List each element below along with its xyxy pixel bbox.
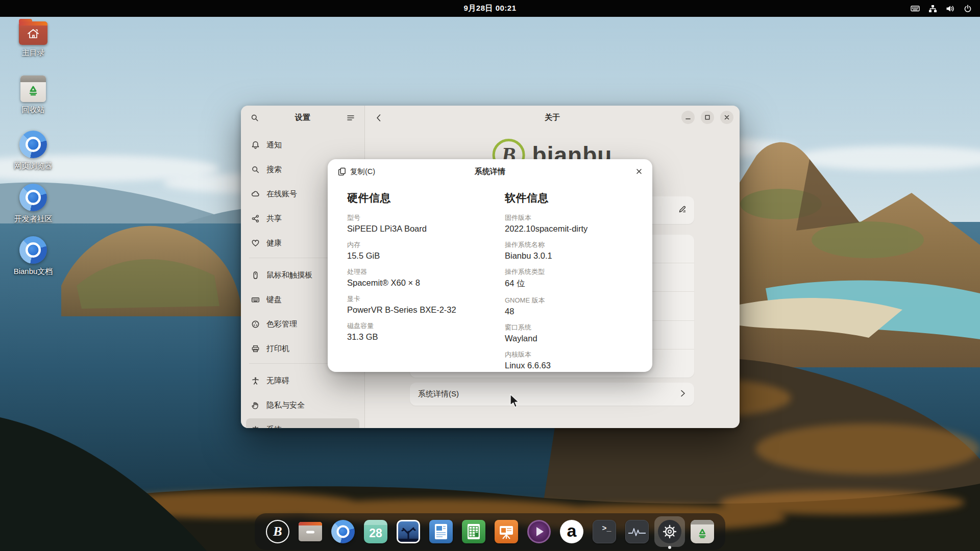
dock-trash-icon[interactable] bbox=[690, 519, 715, 544]
trash-icon bbox=[20, 76, 46, 102]
field-value: 64 位 bbox=[505, 278, 633, 289]
dock-libreoffice-calc-icon[interactable] bbox=[461, 519, 486, 544]
minimize-button[interactable] bbox=[681, 111, 695, 124]
sidebar-item-system[interactable]: 系统 bbox=[246, 418, 359, 428]
desktop-icon-label: 网页浏览器 bbox=[14, 161, 53, 171]
dock-app-store-icon[interactable]: a bbox=[559, 519, 584, 544]
system-status-area[interactable] bbox=[911, 0, 972, 17]
field-label: 内核版本 bbox=[505, 350, 633, 359]
calendar-glyph: 28 bbox=[364, 520, 387, 543]
field-value: Spacemit® X60 × 8 bbox=[347, 278, 475, 288]
field-value: Wayland bbox=[505, 334, 633, 343]
terminal-glyph: >_ bbox=[593, 520, 616, 543]
field-label: 处理器 bbox=[347, 267, 475, 277]
system-details-dialog: 复制(C) 系统详情 硬件信息 型号 SiPEED LPi3A Board 内存… bbox=[328, 159, 652, 372]
field-value: 31.3 GB bbox=[347, 332, 475, 342]
field-label: 显卡 bbox=[347, 294, 475, 304]
desktop: 9月28日 00:21 主目录 回收站 网页浏览 bbox=[0, 0, 980, 551]
clock-menu[interactable]: 9月28日 00:21 bbox=[463, 4, 516, 13]
system-monitor-glyph bbox=[625, 520, 649, 543]
sidebar-item-label: 隐私与安全 bbox=[266, 400, 305, 410]
sidebar-item-notifications[interactable]: 通知 bbox=[246, 134, 359, 156]
desktop-icon-label: Bianbu文档 bbox=[14, 267, 53, 277]
terminal-prompt: >_ bbox=[602, 524, 611, 533]
hardware-field-processor: 处理器 Spacemit® X60 × 8 bbox=[347, 267, 475, 288]
main-menu-button[interactable] bbox=[343, 110, 358, 126]
copy-button[interactable]: 复制(C) bbox=[334, 164, 379, 180]
sidebar-header: 设置 bbox=[241, 106, 364, 130]
desktop-icon-label: 开发者社区 bbox=[14, 214, 53, 224]
field-value: Linux 6.6.63 bbox=[505, 361, 633, 370]
running-indicator-dot bbox=[668, 546, 671, 549]
browser-icon bbox=[19, 131, 47, 158]
field-label: 操作系统类型 bbox=[505, 267, 633, 277]
desktop-icon-trash[interactable]: 回收站 bbox=[5, 76, 61, 115]
trash-glyph bbox=[691, 520, 714, 543]
software-field-windowing: 窗口系统 Wayland bbox=[505, 323, 633, 343]
image-viewer-glyph bbox=[397, 520, 420, 543]
sidebar-item-label: 通知 bbox=[266, 140, 282, 150]
hardware-field-model: 型号 SiPEED LPi3A Board bbox=[347, 213, 475, 234]
field-value: 2022.10spacemit-dirty bbox=[505, 224, 633, 234]
app-store-glyph: a bbox=[560, 520, 583, 543]
field-value: PowerVR B-Series BXE-2-32 bbox=[347, 305, 475, 315]
edit-device-name-icon[interactable] bbox=[678, 205, 687, 216]
power-icon[interactable] bbox=[964, 5, 972, 13]
desktop-icon-dev-community[interactable]: 开发者社区 bbox=[5, 184, 61, 224]
dock-system-monitor-icon[interactable] bbox=[624, 519, 650, 544]
sidebar-item-label: 打印机 bbox=[266, 344, 289, 354]
close-dialog-button[interactable] bbox=[632, 164, 646, 179]
maximize-button[interactable] bbox=[701, 111, 714, 124]
dock-chromium-icon[interactable] bbox=[330, 519, 356, 544]
dock-libreoffice-impress-icon[interactable] bbox=[494, 519, 519, 544]
field-label: 固件版本 bbox=[505, 213, 633, 222]
system-details-label: 系统详情(S) bbox=[418, 389, 680, 399]
top-bar: 9月28日 00:21 bbox=[0, 0, 980, 17]
software-heading: 软件信息 bbox=[505, 191, 633, 205]
software-field-os-type: 操作系统类型 64 位 bbox=[505, 267, 633, 289]
search-button[interactable] bbox=[247, 110, 262, 126]
system-details-row[interactable]: 系统详情(S) bbox=[410, 383, 694, 406]
copy-button-label: 复制(C) bbox=[350, 167, 375, 177]
dialog-body: 硬件信息 型号 SiPEED LPi3A Board 内存 15.5 GiB 处… bbox=[328, 184, 652, 377]
field-label: 操作系统名称 bbox=[505, 240, 633, 249]
desktop-icon-label: 主目录 bbox=[22, 48, 45, 58]
dock-calendar-icon[interactable]: 28 bbox=[363, 519, 388, 544]
bianbu-docs-icon bbox=[19, 236, 47, 264]
dock-terminal-icon[interactable]: >_ bbox=[592, 519, 617, 544]
software-field-firmware: 固件版本 2022.10spacemit-dirty bbox=[505, 213, 633, 234]
volume-icon[interactable] bbox=[946, 5, 955, 13]
about-header: 关于 bbox=[365, 106, 740, 130]
network-icon[interactable] bbox=[928, 5, 937, 13]
calc-glyph bbox=[462, 520, 485, 543]
dock-bianbu-menu-icon[interactable]: B bbox=[265, 519, 290, 544]
back-button[interactable] bbox=[371, 110, 386, 126]
sidebar-item-privacy-security[interactable]: 隐私与安全 bbox=[246, 394, 359, 416]
sidebar-item-label: 系统 bbox=[266, 425, 282, 429]
dock-media-player-icon[interactable] bbox=[526, 519, 552, 544]
desktop-icon-bianbu-docs[interactable]: Bianbu文档 bbox=[5, 236, 61, 277]
mouse-cursor bbox=[509, 394, 521, 411]
field-value: 48 bbox=[505, 307, 633, 316]
sidebar-item-label: 共享 bbox=[266, 214, 282, 223]
sidebar-item-label: 无障碍 bbox=[266, 376, 289, 386]
software-field-gnome: GNOME 版本 48 bbox=[505, 296, 633, 316]
dock: B 28 a bbox=[255, 513, 725, 550]
field-label: 窗口系统 bbox=[505, 323, 633, 332]
software-field-kernel: 内核版本 Linux 6.6.63 bbox=[505, 350, 633, 370]
files-glyph bbox=[299, 522, 322, 541]
writer-glyph bbox=[429, 520, 453, 543]
dock-files-icon[interactable] bbox=[298, 519, 323, 544]
chromium-glyph bbox=[331, 520, 355, 543]
desktop-icon-home[interactable]: 主目录 bbox=[5, 21, 61, 58]
dock-settings-icon[interactable] bbox=[657, 519, 682, 544]
desktop-icon-browser[interactable]: 网页浏览器 bbox=[5, 131, 61, 171]
field-label: 磁盘容量 bbox=[347, 321, 475, 331]
dock-libreoffice-writer-icon[interactable] bbox=[428, 519, 454, 544]
dock-image-viewer-icon[interactable] bbox=[396, 519, 421, 544]
impress-glyph bbox=[495, 520, 518, 543]
field-label: 型号 bbox=[347, 213, 475, 222]
keyboard-layout-icon[interactable] bbox=[911, 5, 920, 12]
field-value: 15.5 GiB bbox=[347, 251, 475, 261]
close-window-button[interactable] bbox=[720, 111, 733, 124]
